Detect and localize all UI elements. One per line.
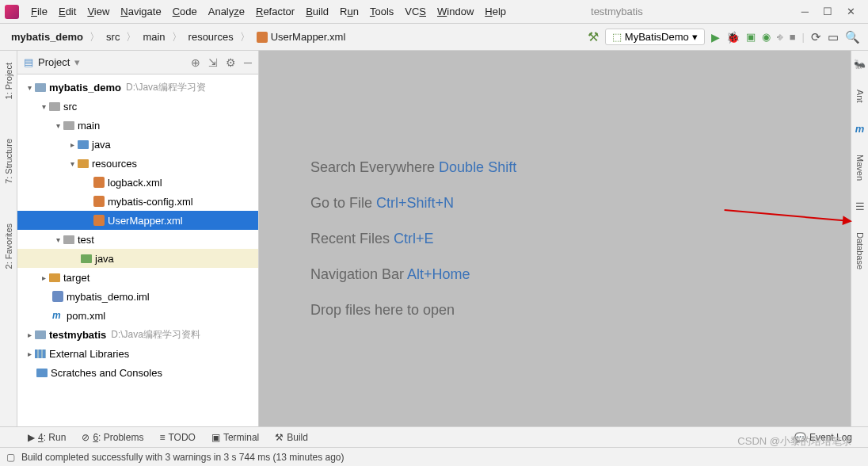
menu-code[interactable]: Code: [167, 4, 203, 19]
chevron-right-icon: 〉: [126, 30, 136, 44]
tab-todo[interactable]: ≡ TODO: [159, 432, 195, 443]
tab-ant[interactable]: Ant: [855, 90, 865, 103]
crumb-src[interactable]: src: [103, 29, 123, 44]
tree-scratches[interactable]: Scratches and Consoles: [17, 363, 258, 382]
menu-tools[interactable]: Tools: [364, 4, 399, 19]
tab-terminal[interactable]: ▣ Terminal: [211, 432, 259, 443]
menu-help[interactable]: Help: [479, 4, 512, 19]
tab-run[interactable]: ▶ 4: Run: [28, 432, 66, 443]
tab-structure[interactable]: 7: Structure: [4, 139, 13, 184]
tab-build[interactable]: ⚒ Build: [275, 432, 308, 443]
crumb-resources[interactable]: resources: [185, 29, 237, 44]
tree-folder-test-java[interactable]: java: [17, 249, 258, 268]
expand-all-icon[interactable]: ⇲: [208, 56, 218, 69]
menu-window[interactable]: Window: [432, 4, 479, 19]
menu-refactor[interactable]: Refactor: [250, 4, 300, 19]
folder-icon: [63, 235, 74, 244]
chevron-right-icon: 〉: [89, 30, 100, 44]
xml-file-icon: [93, 196, 105, 207]
run-tab-icon: ▶: [28, 432, 35, 443]
ant-icon: 🐜: [854, 59, 866, 70]
menu-vcs[interactable]: VCS: [399, 4, 432, 19]
maximize-button[interactable]: ☐: [823, 6, 832, 17]
xml-file-icon: [93, 215, 105, 226]
status-toggle-icon[interactable]: ▢: [6, 452, 15, 463]
tree-file-pom[interactable]: m pom.xml: [17, 306, 258, 325]
git-update-icon[interactable]: ⟳: [811, 30, 821, 44]
iml-file-icon: [52, 291, 63, 302]
tab-favorites[interactable]: 2: Favorites: [4, 223, 13, 269]
minimize-button[interactable]: ─: [801, 6, 809, 17]
right-tool-strip: 🐜 Ant m Maven ☰ Database: [851, 51, 868, 426]
gear-icon[interactable]: ⚙: [226, 56, 236, 69]
tree-folder-target[interactable]: ▸ target: [17, 268, 258, 287]
tab-project[interactable]: 1: Project: [4, 63, 13, 99]
tree-file-iml[interactable]: mybatis_demo.iml: [17, 287, 258, 306]
menu-analyze[interactable]: Analyze: [203, 4, 250, 19]
build-icon[interactable]: ⚒: [588, 29, 599, 44]
debug-button[interactable]: 🐞: [726, 31, 740, 44]
tree-external-libraries[interactable]: ▸ External Libraries: [17, 344, 258, 363]
tree-project-root[interactable]: ▾ mybatis_demo D:\Java编程学习资: [17, 78, 258, 97]
scratches-icon: [36, 369, 48, 377]
tab-event-log[interactable]: 💬 Event Log: [794, 432, 852, 443]
xml-file-icon: [257, 32, 268, 43]
chevron-down-icon[interactable]: ▾: [74, 56, 80, 68]
search-everywhere-icon[interactable]: 🔍: [845, 30, 860, 44]
tree-file-logback[interactable]: logback.xml: [17, 173, 258, 192]
crumb-main[interactable]: main: [139, 29, 168, 44]
crumb-file[interactable]: UserMapper.xml: [253, 29, 349, 45]
run-button[interactable]: ▶: [711, 31, 720, 44]
status-bar: ▢ Build completed successfully with 3 wa…: [0, 447, 868, 466]
project-panel-title[interactable]: Project: [38, 56, 70, 68]
app-icon: [5, 5, 19, 19]
project-structure-icon[interactable]: ▭: [828, 30, 839, 44]
close-button[interactable]: ✕: [847, 6, 855, 17]
hide-icon[interactable]: ─: [244, 56, 252, 69]
event-log-icon: 💬: [794, 432, 806, 443]
todo-tab-icon: ≡: [159, 432, 165, 443]
editor-welcome: Search Everywhere Double Shift Go to Fil…: [259, 51, 851, 426]
project-view-icon: ▤: [24, 56, 33, 68]
menu-run[interactable]: Run: [334, 4, 364, 19]
menu-build[interactable]: Build: [300, 4, 334, 19]
crumb-root[interactable]: mybatis_demo: [8, 29, 86, 44]
tree-project-testmybatis[interactable]: ▸ testmybatis D:\Java编程学习资料: [17, 325, 258, 344]
tab-database[interactable]: Database: [855, 232, 865, 269]
tree-folder-java[interactable]: ▸ java: [17, 135, 258, 154]
welcome-drop: Drop files here to open: [310, 302, 851, 319]
test-source-folder-icon: [81, 254, 92, 263]
menu-view[interactable]: View: [82, 4, 115, 19]
attach-button[interactable]: ⎆: [777, 31, 783, 43]
run-config-selector[interactable]: ⬚ MyBatisDemo ▾: [605, 29, 705, 45]
maven-file-icon: m: [52, 310, 63, 321]
tree-folder-resources[interactable]: ▾ resources: [17, 154, 258, 173]
tab-maven[interactable]: Maven: [855, 155, 865, 181]
tree-file-usermapper[interactable]: UserMapper.xml: [17, 211, 258, 230]
project-tool-window: ▤ Project ▾ ⊕ ⇲ ⚙ ─ ▾ mybatis_demo D:\Ja…: [17, 51, 259, 426]
menu-navigate[interactable]: Navigate: [115, 4, 166, 19]
tab-problems[interactable]: ⊘ 6: Problems: [82, 432, 143, 443]
tree-folder-test[interactable]: ▾ test: [17, 230, 258, 249]
window-title: testmybatis: [591, 6, 643, 17]
bottom-tool-strip: ▶ 4: Run ⊘ 6: Problems ≡ TODO ▣ Terminal…: [0, 426, 868, 447]
chevron-down-icon: ▾: [692, 31, 698, 43]
chevron-right-icon: 〉: [172, 30, 182, 44]
profile-button[interactable]: ◉: [762, 31, 771, 43]
project-tree[interactable]: ▾ mybatis_demo D:\Java编程学习资 ▾ src ▾ main…: [17, 74, 258, 426]
run-config-label: MyBatisDemo: [625, 31, 689, 43]
menu-file[interactable]: File: [25, 4, 53, 19]
module-icon: [35, 83, 46, 92]
excluded-folder-icon: [49, 273, 60, 282]
select-opened-file-icon[interactable]: ⊕: [191, 56, 200, 69]
folder-icon: [63, 121, 74, 130]
tree-file-mybatis-config[interactable]: mybatis-config.xml: [17, 192, 258, 211]
problems-tab-icon: ⊘: [82, 432, 89, 443]
stop-button[interactable]: ■: [790, 31, 796, 43]
breadcrumb: mybatis_demo 〉 src 〉 main 〉 resources 〉 …: [8, 29, 348, 45]
menu-edit[interactable]: Edit: [53, 4, 82, 19]
coverage-button[interactable]: ▣: [746, 31, 756, 43]
tree-folder-main[interactable]: ▾ main: [17, 116, 258, 135]
title-bar: File Edit View Navigate Code Analyze Ref…: [0, 0, 868, 24]
tree-folder-src[interactable]: ▾ src: [17, 97, 258, 116]
